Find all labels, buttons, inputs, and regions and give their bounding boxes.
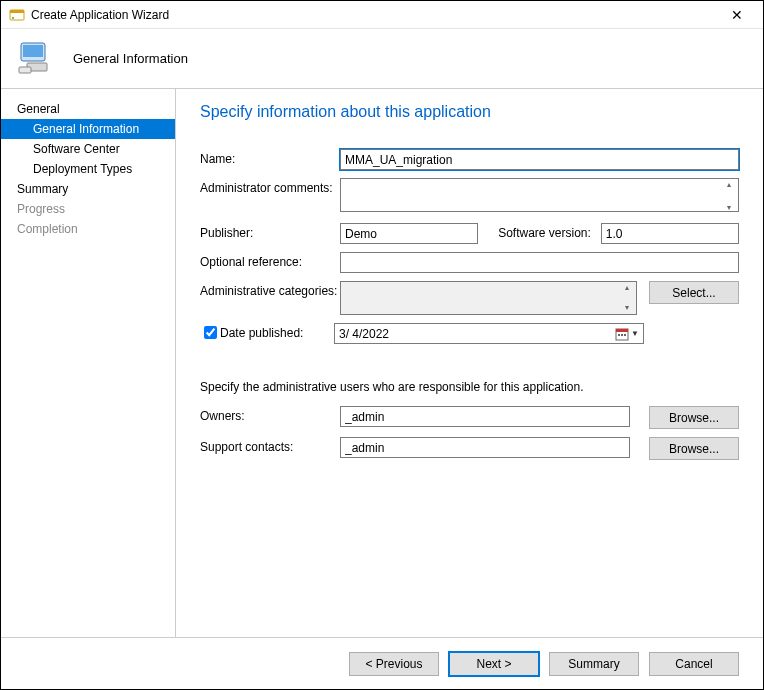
label-admin-categories: Administrative categories: <box>200 281 340 298</box>
svg-rect-1 <box>10 10 24 13</box>
optional-reference-input[interactable] <box>340 252 739 273</box>
label-publisher: Publisher: <box>200 223 340 240</box>
date-published-checkbox[interactable] <box>204 326 217 339</box>
calendar-icon <box>615 327 629 341</box>
nav-general-information[interactable]: General Information <box>1 119 175 139</box>
svg-point-2 <box>12 17 14 19</box>
support-contacts-input[interactable] <box>340 437 630 458</box>
admin-categories-box[interactable]: ▴ ▾ <box>340 281 637 315</box>
label-admin-comments: Administrator comments: <box>200 178 340 195</box>
nav-software-center[interactable]: Software Center <box>1 139 175 159</box>
cancel-button[interactable]: Cancel <box>649 652 739 676</box>
svg-rect-9 <box>618 334 620 336</box>
publisher-input[interactable] <box>340 223 478 244</box>
svg-rect-10 <box>621 334 623 336</box>
nav-summary[interactable]: Summary <box>1 179 175 199</box>
wizard-icon <box>9 7 25 23</box>
banner: General Information <box>1 29 763 89</box>
next-button[interactable]: Next > <box>449 652 539 676</box>
subheading: Specify the administrative users who are… <box>200 380 739 394</box>
svg-rect-11 <box>624 334 626 336</box>
computer-icon <box>17 37 57 80</box>
nav-deployment-types[interactable]: Deployment Types <box>1 159 175 179</box>
svg-rect-8 <box>616 329 628 332</box>
nav-general[interactable]: General <box>1 99 175 119</box>
svg-rect-6 <box>19 67 31 73</box>
spin-up-icon[interactable]: ▴ <box>722 181 736 189</box>
footer: < Previous Next > Summary Cancel <box>1 637 763 689</box>
label-support-contacts: Support contacts: <box>200 437 340 454</box>
software-version-input[interactable] <box>601 223 739 244</box>
label-date-published: Date published: <box>220 326 303 340</box>
support-contacts-browse-button[interactable]: Browse... <box>649 437 739 460</box>
owners-input[interactable] <box>340 406 630 427</box>
date-published-picker[interactable]: 3/ 4/2022 ▼ <box>334 323 644 344</box>
label-optional-reference: Optional reference: <box>200 252 340 269</box>
date-published-value: 3/ 4/2022 <box>339 327 389 341</box>
wizard-window: Create Application Wizard ✕ General Info… <box>0 0 764 690</box>
body: General General Information Software Cen… <box>1 89 763 637</box>
chevron-down-icon: ▼ <box>631 329 639 338</box>
form-area: Name: Administrator comments: ▴ ▾ <box>200 149 739 637</box>
nav-progress: Progress <box>1 199 175 219</box>
page-heading: Specify information about this applicati… <box>200 103 739 121</box>
spin-up-icon[interactable]: ▴ <box>620 284 634 292</box>
nav-sidebar: General General Information Software Cen… <box>1 89 176 637</box>
label-name: Name: <box>200 149 340 166</box>
date-published-checkbox-label[interactable]: Date published: <box>200 323 334 342</box>
banner-title: General Information <box>73 51 188 66</box>
label-owners: Owners: <box>200 406 340 423</box>
window-title: Create Application Wizard <box>31 8 717 22</box>
spin-down-icon[interactable]: ▾ <box>620 304 634 312</box>
titlebar: Create Application Wizard ✕ <box>1 1 763 29</box>
owners-browse-button[interactable]: Browse... <box>649 406 739 429</box>
close-button[interactable]: ✕ <box>717 1 757 29</box>
summary-button[interactable]: Summary <box>549 652 639 676</box>
select-categories-button[interactable]: Select... <box>649 281 739 304</box>
previous-button[interactable]: < Previous <box>349 652 439 676</box>
spin-down-icon[interactable]: ▾ <box>722 204 736 212</box>
name-input[interactable] <box>340 149 739 170</box>
nav-completion: Completion <box>1 219 175 239</box>
label-software-version: Software version: <box>478 223 601 240</box>
main-panel: Specify information about this applicati… <box>176 89 763 637</box>
admin-comments-input[interactable] <box>340 178 739 212</box>
svg-rect-4 <box>23 45 43 57</box>
